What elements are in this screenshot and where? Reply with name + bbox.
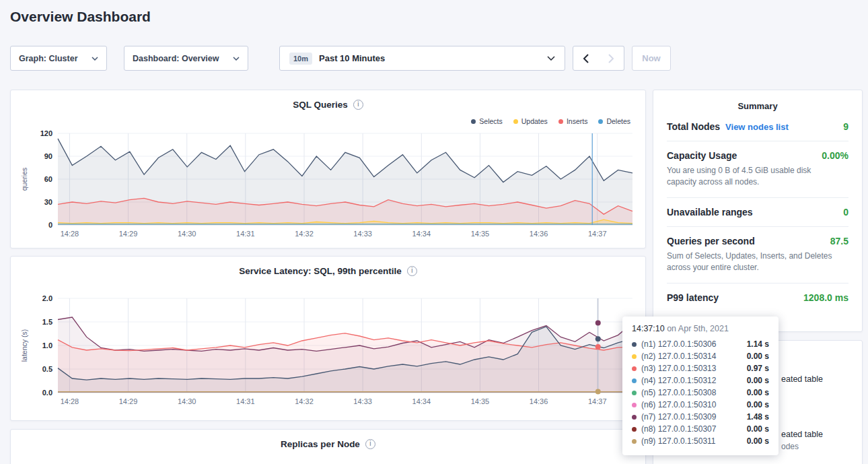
legend-label: Deletes xyxy=(606,117,630,125)
chart-legend: SelectsUpdatesInsertsDeletes xyxy=(471,117,630,125)
summary-rows: Total NodesView nodes list9Capacity Usag… xyxy=(653,112,862,312)
tooltip-row: (n5) 127.0.0.1:503080.00 s xyxy=(632,387,769,399)
chevron-down-icon xyxy=(547,56,555,61)
node-color-dot-icon xyxy=(632,439,637,444)
svg-text:60: 60 xyxy=(44,175,52,183)
summary-label: Unavailable ranges xyxy=(667,207,753,218)
time-next-button[interactable] xyxy=(598,46,624,71)
summary-row-header: P99 latency1208.0 ms xyxy=(667,292,848,303)
replicas-chart-title: Replicas per Node xyxy=(281,439,360,449)
svg-text:14:33: 14:33 xyxy=(353,230,372,238)
dashboard-dropdown-label: Dashboard: Overview xyxy=(133,54,219,63)
svg-text:14:29: 14:29 xyxy=(119,397,138,405)
time-prev-button[interactable] xyxy=(573,46,599,71)
graph-dropdown[interactable]: Graph: Cluster xyxy=(10,46,107,71)
time-range-label: Past 10 Minutes xyxy=(319,53,385,63)
dashboard-dropdown[interactable]: Dashboard: Overview xyxy=(124,46,248,71)
chevron-right-icon xyxy=(608,54,614,63)
summary-row: Capacity Usage0.00%You are using 0 B of … xyxy=(667,141,848,198)
node-color-dot-icon xyxy=(632,342,637,347)
summary-row: P99 latency1208.0 ms xyxy=(667,284,848,312)
svg-text:latency (s): latency (s) xyxy=(20,329,28,362)
tooltip-node-value: 0.00 s xyxy=(747,436,769,446)
tooltip-node-value: 0.00 s xyxy=(747,424,769,434)
node-color-dot-icon xyxy=(632,415,637,420)
chevron-down-icon xyxy=(92,57,98,61)
tooltip-node-value: 0.00 s xyxy=(747,400,769,409)
tooltip-node-label: (n2) 127.0.0.1:50314 xyxy=(641,352,716,361)
node-color-dot-icon xyxy=(632,391,637,395)
legend-dot-icon xyxy=(558,119,563,124)
svg-text:14:33: 14:33 xyxy=(353,397,372,405)
svg-text:0.5: 0.5 xyxy=(42,365,52,373)
tooltip-node-label: (n9) 127.0.0.1:50311 xyxy=(641,436,716,446)
svg-text:14:34: 14:34 xyxy=(412,230,431,238)
summary-row-header: Queries per second87.5 xyxy=(667,236,848,246)
info-icon[interactable]: i xyxy=(365,439,375,449)
replicas-per-node-chart-card: Replicas per Node i xyxy=(10,429,646,464)
svg-text:14:30: 14:30 xyxy=(178,397,196,405)
summary-value: 87.5 xyxy=(830,236,848,246)
tooltip-node-value: 0.00 s xyxy=(747,352,769,361)
svg-text:14:29: 14:29 xyxy=(119,230,138,238)
summary-value: 1208.0 ms xyxy=(803,292,848,303)
service-latency-chart-card: Service Latency: SQL, 99th percentile i … xyxy=(10,256,646,421)
summary-panel: Summary Total NodesView nodes list9Capac… xyxy=(653,90,863,332)
svg-text:2.0: 2.0 xyxy=(42,294,52,302)
tooltip-node-label: (n1) 127.0.0.1:50306 xyxy=(641,339,716,349)
tooltip-row: (n2) 127.0.0.1:503140.00 s xyxy=(632,350,769,362)
info-icon[interactable]: i xyxy=(407,266,417,276)
summary-title: Summary xyxy=(653,101,862,111)
now-button[interactable]: Now xyxy=(632,46,671,71)
svg-text:1.5: 1.5 xyxy=(42,318,52,326)
tooltip-row: (n1) 127.0.0.1:503061.14 s xyxy=(632,338,769,350)
legend-item[interactable]: Deletes xyxy=(598,117,630,125)
sql-queries-chart-card: SQL Queries i SelectsUpdatesInsertsDelet… xyxy=(10,90,646,248)
summary-value: 0 xyxy=(843,207,848,218)
svg-text:14:37: 14:37 xyxy=(588,230,607,238)
svg-text:14:28: 14:28 xyxy=(61,397,79,405)
tooltip-row: (n8) 127.0.0.1:503070.00 s xyxy=(632,423,769,435)
node-color-dot-icon xyxy=(632,366,637,371)
node-color-dot-icon xyxy=(632,403,637,407)
legend-dot-icon xyxy=(598,119,603,124)
svg-text:120: 120 xyxy=(40,129,52,137)
tooltip-node-value: 0.00 s xyxy=(747,388,769,397)
chevron-down-icon xyxy=(233,57,240,61)
sql-queries-chart[interactable]: 030609012014:2814:2914:3014:3114:3214:33… xyxy=(19,129,638,242)
summary-row-header: Capacity Usage0.00% xyxy=(667,150,848,161)
tooltip-node-value: 1.14 s xyxy=(747,339,769,349)
svg-text:14:34: 14:34 xyxy=(412,397,431,405)
svg-text:14:36: 14:36 xyxy=(530,397,548,405)
time-range-dropdown[interactable]: 10m Past 10 Minutes xyxy=(279,46,565,71)
tooltip-node-label: (n4) 127.0.0.1:50312 xyxy=(641,376,716,385)
summary-row: Unavailable ranges0 xyxy=(667,198,848,227)
legend-item[interactable]: Updates xyxy=(513,117,548,125)
legend-item[interactable]: Inserts xyxy=(558,117,588,125)
view-nodes-link[interactable]: View nodes list xyxy=(725,122,789,132)
svg-text:14:32: 14:32 xyxy=(295,397,314,405)
sql-queries-chart-title: SQL Queries xyxy=(293,100,348,110)
event-text-fragment: odes xyxy=(781,442,799,451)
tooltip-node-value: 1.48 s xyxy=(747,412,769,422)
svg-text:14:37: 14:37 xyxy=(588,397,607,405)
summary-row-header: Total NodesView nodes list9 xyxy=(667,121,848,132)
svg-text:14:36: 14:36 xyxy=(530,230,548,238)
info-icon[interactable]: i xyxy=(353,100,363,110)
svg-text:14:35: 14:35 xyxy=(471,397,490,405)
svg-text:14:31: 14:31 xyxy=(236,397,255,405)
legend-item[interactable]: Selects xyxy=(471,117,502,125)
service-latency-chart[interactable]: 0.00.51.01.52.014:2814:2914:3014:3114:32… xyxy=(19,294,638,410)
tooltip-header: 14:37:10 on Apr 5th, 2021 xyxy=(632,324,769,333)
summary-desc: Sum of Selects, Updates, Inserts, and De… xyxy=(667,251,839,274)
summary-label: Queries per second xyxy=(667,236,755,246)
legend-dot-icon xyxy=(513,119,518,124)
chevron-left-icon xyxy=(583,54,589,63)
legend-label: Inserts xyxy=(567,117,588,125)
tooltip-node-value: 0.97 s xyxy=(747,364,769,373)
tooltip-row: (n9) 127.0.0.1:503110.00 s xyxy=(632,435,769,447)
node-color-dot-icon xyxy=(632,378,637,383)
svg-text:14:32: 14:32 xyxy=(295,230,314,238)
node-color-dot-icon xyxy=(632,354,637,359)
tooltip-row: (n3) 127.0.0.1:503130.97 s xyxy=(632,362,769,374)
